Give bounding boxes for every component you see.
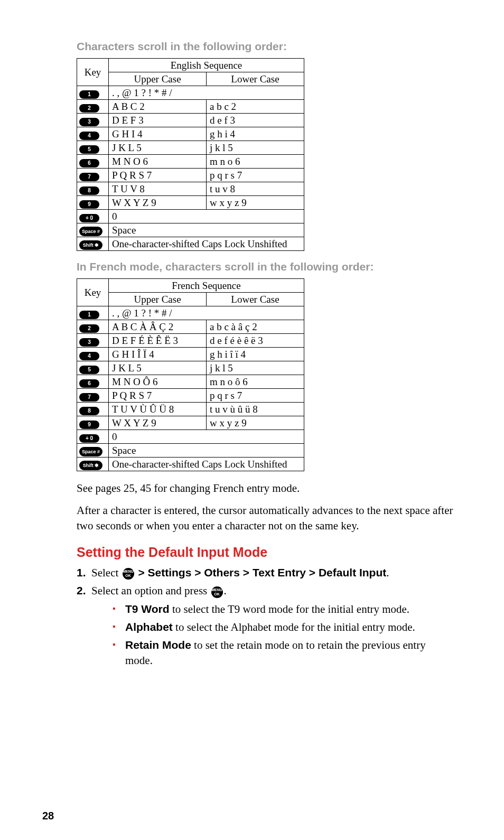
menu-ok-icon: MENUOK (123, 568, 134, 580)
key-pill-icon: Space # (79, 227, 102, 236)
key-pill-icon: 6 (79, 159, 99, 167)
upper-cell: A B C 2 (109, 100, 207, 114)
upper-cell: G H I Î Ï 4 (109, 348, 207, 361)
page-content: Characters scroll in the following order… (0, 0, 504, 692)
key-pill-icon: 9 (79, 200, 99, 209)
steps-list: Select MENUOK > Settings > Others > Text… (77, 565, 454, 668)
lower-cell: p q r s 7 (207, 389, 304, 403)
sequence-cell: Space (109, 444, 304, 458)
key-pill-icon: 2 (79, 324, 99, 333)
table-row: 7P Q R S 7p q r s 7 (77, 389, 304, 403)
key-pill-icon: + 0 (79, 434, 99, 443)
sequence-cell: . , @ 1 ? ! * # / (109, 86, 304, 100)
lower-cell: a b c 2 (207, 100, 304, 114)
upper-cell: T U V 8 (109, 182, 207, 196)
sequence-cell: Space (109, 223, 304, 237)
menu-ok-icon: MENUOK (211, 586, 223, 598)
key-cell: 6 (77, 155, 109, 169)
key-pill-icon: 3 (79, 118, 99, 126)
col-eng-seq: English Sequence (109, 59, 304, 72)
lower-cell: d e f é è ê ë 3 (207, 334, 304, 348)
english-sequence-table: Key English Sequence Upper Case Lower Ca… (77, 58, 304, 251)
table-row: 3D E F É È Ê Ë 3d e f é è ê ë 3 (77, 334, 304, 348)
upper-cell: P Q R S 7 (109, 389, 207, 403)
lower-cell: m n o ô 6 (207, 375, 304, 389)
table-row: 2A B C À Â Ç 2a b c à â ç 2 (77, 320, 304, 334)
key-pill-icon: 6 (79, 379, 99, 388)
key-cell: 3 (77, 334, 109, 348)
col-upper: Upper Case (109, 72, 207, 86)
heading-english-order: Characters scroll in the following order… (77, 40, 454, 53)
table-row: 6M N O Ô 6m n o ô 6 (77, 375, 304, 389)
key-pill-icon: Shift ✱ (79, 240, 102, 250)
table-row: 9W X Y Z 9w x y z 9 (77, 196, 304, 210)
table-row: + 00 (77, 210, 304, 223)
table-row: 7P Q R S 7p q r s 7 (77, 169, 304, 182)
options-list: T9 Word to select the T9 word mode for t… (113, 602, 454, 668)
key-pill-icon: 5 (79, 145, 99, 154)
key-pill-icon: 3 (79, 338, 99, 347)
table-row: 8T U V Ù Û Ü 8t u v ù û ü 8 (77, 403, 304, 416)
key-cell: Space # (77, 223, 109, 237)
table-row: 1. , @ 1 ? ! * # / (77, 306, 304, 320)
col-fr-seq: French Sequence (109, 279, 304, 293)
sequence-cell: 0 (109, 430, 304, 444)
upper-cell: M N O 6 (109, 155, 207, 169)
key-cell: Space # (77, 444, 109, 458)
sequence-cell: . , @ 1 ? ! * # / (109, 306, 304, 320)
table-row: + 00 (77, 430, 304, 444)
after-char-text: After a character is entered, the cursor… (77, 503, 454, 533)
sequence-cell: One-character-shifted Caps Lock Unshifte… (109, 237, 304, 251)
table-row: Shift ✱One-character-shifted Caps Lock U… (77, 458, 304, 471)
lower-cell: t u v 8 (207, 182, 304, 196)
lower-cell: t u v ù û ü 8 (207, 403, 304, 416)
table-row: Space #Space (77, 444, 304, 458)
lower-cell: g h i 4 (207, 127, 304, 141)
table-row: 3D E F 3d e f 3 (77, 114, 304, 127)
lower-cell: j k l 5 (207, 141, 304, 155)
upper-cell: W X Y Z 9 (109, 196, 207, 210)
table-row: 5J K L 5j k l 5 (77, 141, 304, 155)
lower-cell: j k l 5 (207, 361, 304, 375)
step2-prefix: Select an option and press (91, 584, 210, 597)
lower-cell: w x y z 9 (207, 416, 304, 430)
key-cell: 7 (77, 169, 109, 182)
key-cell: Shift ✱ (77, 458, 109, 471)
col-key: Key (77, 59, 109, 86)
option-alphabet: Alphabet to select the Alphabet mode for… (113, 620, 454, 634)
table-row: 9W X Y Z 9w x y z 9 (77, 416, 304, 430)
upper-cell: J K L 5 (109, 141, 207, 155)
key-pill-icon: 2 (79, 104, 99, 113)
key-cell: 5 (77, 361, 109, 375)
sequence-cell: 0 (109, 210, 304, 223)
table-row: Space #Space (77, 223, 304, 237)
key-pill-icon: 7 (79, 173, 99, 181)
key-pill-icon: 7 (79, 393, 99, 402)
step1-prefix: Select (91, 566, 122, 579)
table-row: 5J K L 5j k l 5 (77, 361, 304, 375)
key-cell: 9 (77, 416, 109, 430)
key-cell: 9 (77, 196, 109, 210)
key-cell: 1 (77, 306, 109, 320)
key-pill-icon: 9 (79, 421, 99, 429)
heading-french-order: In French mode, characters scroll in the… (77, 260, 454, 273)
step-1: Select MENUOK > Settings > Others > Text… (77, 565, 454, 580)
key-pill-icon: 1 (79, 90, 99, 99)
col-upper: Upper Case (109, 293, 207, 306)
lower-cell: w x y z 9 (207, 196, 304, 210)
key-cell: 7 (77, 389, 109, 403)
key-pill-icon: 5 (79, 366, 99, 374)
table-row: Shift ✱One-character-shifted Caps Lock U… (77, 237, 304, 251)
see-pages-text: See pages 25, 45 for changing French ent… (77, 481, 454, 496)
col-lower: Lower Case (207, 293, 304, 306)
step1-path: > Settings > Others > Text Entry > Defau… (135, 566, 387, 578)
lower-cell: g h i î ï 4 (207, 348, 304, 361)
key-pill-icon: Shift ✱ (79, 461, 102, 470)
upper-cell: M N O Ô 6 (109, 375, 207, 389)
upper-cell: T U V Ù Û Ü 8 (109, 403, 207, 416)
col-lower: Lower Case (207, 72, 304, 86)
table-row: 2A B C 2a b c 2 (77, 100, 304, 114)
lower-cell: p q r s 7 (207, 169, 304, 182)
key-cell: 4 (77, 127, 109, 141)
key-pill-icon: 8 (79, 407, 99, 415)
